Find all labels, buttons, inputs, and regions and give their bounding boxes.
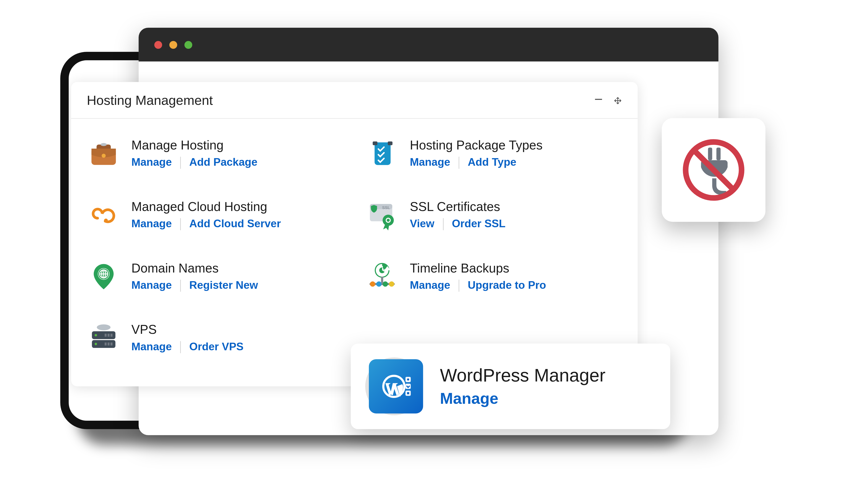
- panel-header: Hosting Management −: [71, 82, 638, 119]
- svg-rect-37: [105, 342, 106, 345]
- svg-rect-1: [716, 148, 720, 160]
- svg-rect-38: [108, 342, 110, 345]
- svg-rect-8: [373, 142, 377, 145]
- ssl-certificate-icon: SSL: [365, 198, 399, 232]
- tile-title: Domain Names: [131, 261, 258, 276]
- cloud-hosting-manage-link[interactable]: Manage: [131, 217, 172, 230]
- feature-title: WordPress Manager: [440, 365, 606, 386]
- package-types-add-type-link[interactable]: Add Type: [468, 156, 516, 169]
- panel-move-button[interactable]: [614, 96, 622, 105]
- separator: [459, 156, 459, 169]
- tile-backups: Timeline Backups Manage Upgrade to Pro: [365, 260, 622, 294]
- domains-register-link[interactable]: Register New: [189, 279, 258, 292]
- window-minimize-dot[interactable]: [169, 41, 177, 49]
- package-types-manage-link[interactable]: Manage: [410, 156, 451, 169]
- backups-upgrade-link[interactable]: Upgrade to Pro: [468, 279, 546, 292]
- svg-point-29: [97, 325, 111, 330]
- cloud-hosting-add-server-link[interactable]: Add Cloud Server: [189, 217, 281, 230]
- manage-hosting-manage-link[interactable]: Manage: [131, 156, 172, 169]
- window-maximize-dot[interactable]: [184, 41, 192, 49]
- svg-rect-0: [708, 148, 712, 160]
- wordpress-icon: [369, 359, 423, 413]
- svg-point-10: [104, 219, 108, 222]
- manage-hosting-add-package-link[interactable]: Add Package: [189, 156, 257, 169]
- svg-rect-36: [111, 334, 113, 337]
- server-rack-icon: [87, 321, 121, 355]
- svg-point-25: [370, 281, 375, 286]
- tile-title: SSL Certificates: [410, 200, 505, 214]
- hosting-management-panel: Hosting Management −: [71, 82, 638, 386]
- tile-manage-hosting: Manage Hosting Manage Add Package: [87, 137, 344, 171]
- browser-titlebar: [138, 28, 718, 62]
- tile-ssl: SSL SSL Certificates View Order SSL: [365, 198, 622, 232]
- svg-point-16: [387, 219, 390, 222]
- svg-point-28: [389, 281, 394, 286]
- svg-point-6: [100, 143, 106, 146]
- tile-title: Timeline Backups: [410, 261, 546, 276]
- svg-rect-9: [388, 142, 393, 145]
- tile-title: Manage Hosting: [131, 138, 257, 153]
- separator: [459, 279, 459, 292]
- feature-manage-link[interactable]: Manage: [440, 389, 606, 408]
- svg-point-5: [102, 154, 106, 158]
- tile-vps: VPS Manage Order VPS: [87, 321, 344, 355]
- separator: [443, 218, 443, 230]
- separator: [180, 218, 181, 230]
- svg-rect-39: [111, 342, 113, 345]
- timeline-backup-icon: [365, 260, 399, 294]
- panel-title: Hosting Management: [87, 93, 213, 108]
- panel-collapse-button[interactable]: −: [594, 96, 602, 105]
- briefcase-icon: [87, 137, 121, 171]
- ssl-view-link[interactable]: View: [410, 217, 434, 230]
- svg-point-33: [95, 343, 97, 345]
- svg-point-27: [382, 281, 388, 286]
- tile-title: VPS: [131, 323, 244, 337]
- svg-rect-35: [108, 334, 110, 337]
- svg-rect-42: [405, 384, 411, 389]
- svg-point-44: [407, 378, 409, 380]
- svg-rect-45: [407, 392, 409, 394]
- svg-rect-23: [381, 277, 383, 283]
- separator: [180, 341, 181, 353]
- cloud-icon: [87, 198, 121, 232]
- tile-package-types: Hosting Package Types Manage Add Type: [365, 137, 622, 171]
- svg-text:SSL: SSL: [382, 205, 390, 210]
- feature-wordpress-manager[interactable]: WordPress Manager Manage: [351, 343, 670, 429]
- ssl-order-link[interactable]: Order SSL: [452, 217, 505, 230]
- svg-point-26: [376, 281, 381, 286]
- vps-order-link[interactable]: Order VPS: [189, 340, 244, 353]
- tile-cloud-hosting: Managed Cloud Hosting Manage Add Cloud S…: [87, 198, 344, 232]
- svg-point-32: [95, 334, 97, 336]
- no-plugin-icon: [679, 135, 749, 205]
- checklist-icon: [365, 137, 399, 171]
- tile-domains: Domain Names Manage Register New: [87, 260, 344, 294]
- backups-manage-link[interactable]: Manage: [410, 279, 451, 292]
- tile-title: Hosting Package Types: [410, 138, 542, 153]
- window-close-dot[interactable]: [154, 41, 162, 49]
- no-plugin-badge: [662, 118, 766, 222]
- svg-rect-34: [105, 334, 106, 337]
- domains-manage-link[interactable]: Manage: [131, 279, 172, 292]
- map-pin-globe-icon: [87, 260, 121, 294]
- tile-title: Managed Cloud Hosting: [131, 200, 281, 214]
- separator: [180, 156, 181, 169]
- separator: [180, 279, 181, 292]
- vps-manage-link[interactable]: Manage: [131, 340, 172, 353]
